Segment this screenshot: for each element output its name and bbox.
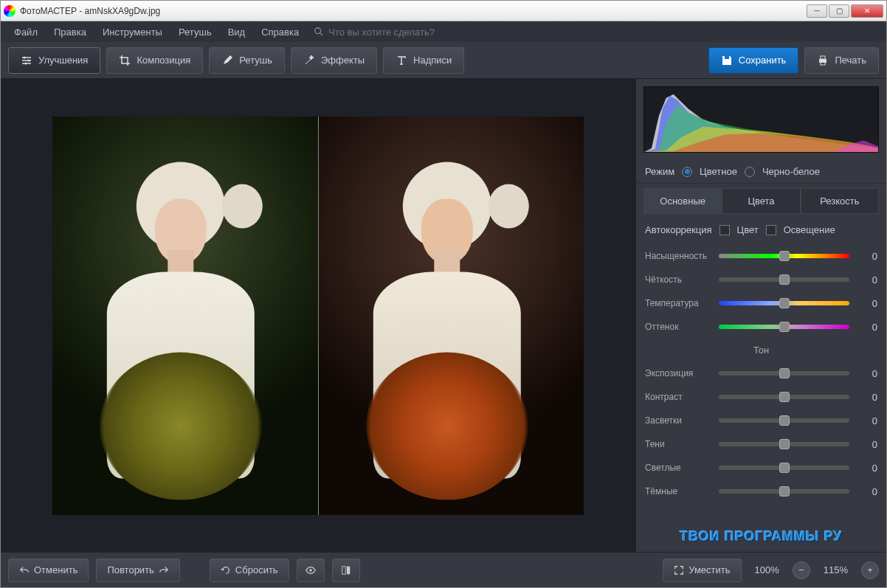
print-icon — [817, 55, 829, 66]
preview-button[interactable] — [297, 558, 325, 582]
minimize-button[interactable]: ─ — [807, 4, 827, 18]
fit-icon — [674, 565, 684, 575]
slider-shadows-track[interactable] — [719, 442, 849, 446]
sliders-icon — [21, 55, 32, 66]
zoom-in-button[interactable]: + — [861, 561, 879, 579]
save-icon — [721, 55, 733, 66]
zoom-out-button[interactable]: − — [793, 561, 810, 579]
menu-retouch[interactable]: Ретушь — [171, 24, 219, 41]
check-auto-light[interactable] — [766, 225, 776, 235]
slider-clarity-track[interactable] — [719, 277, 849, 282]
check-auto-color[interactable] — [719, 225, 730, 235]
slider-saturation-track[interactable] — [719, 254, 849, 258]
menu-file[interactable]: Файл — [7, 24, 45, 41]
autocorrect-row: Автокоррекция Цвет Освещение — [645, 221, 877, 243]
print-button[interactable]: Печать — [804, 47, 879, 74]
slider-whites-track[interactable] — [719, 466, 849, 470]
slider-highlights: Засветки 0 — [645, 410, 877, 431]
compare-icon — [340, 565, 352, 575]
redo-button[interactable]: Повторить — [96, 558, 179, 582]
slider-clarity: Чёткость 0 — [645, 269, 877, 290]
tab-effects[interactable]: Эффекты — [291, 47, 377, 74]
svg-point-8 — [309, 569, 312, 572]
app-icon — [4, 5, 15, 17]
maximize-button[interactable]: ▢ — [829, 4, 849, 18]
undo-icon — [19, 565, 30, 575]
search-input[interactable] — [328, 27, 476, 38]
slider-temperature-track[interactable] — [719, 301, 849, 305]
tab-sharp[interactable]: Резкость — [801, 188, 879, 214]
tab-enhance-label: Улучшения — [38, 55, 88, 66]
canvas-area[interactable] — [1, 79, 635, 552]
tab-text[interactable]: Надписи — [383, 47, 464, 74]
reset-button[interactable]: Сбросить — [210, 558, 289, 582]
menu-help[interactable]: Справка — [254, 24, 306, 41]
tab-text-label: Надписи — [413, 55, 452, 66]
slider-contrast-track[interactable] — [719, 395, 849, 399]
svg-point-2 — [24, 56, 26, 58]
slider-blacks-track[interactable] — [719, 489, 849, 494]
autocorrect-label: Автокоррекция — [645, 224, 712, 235]
slider-tint-track[interactable] — [719, 325, 849, 329]
bottom-bar: Отменить Повторить Сбросить Уместить 100… — [1, 552, 886, 587]
menubar: Файл Правка Инструменты Ретушь Вид Справ… — [1, 21, 886, 42]
mode-label: Режим — [645, 166, 674, 177]
slider-contrast: Контраст 0 — [645, 387, 877, 407]
slider-exposure: Экспозиция 0 — [645, 363, 877, 384]
slider-shadows: Тени 0 — [645, 434, 877, 454]
brush-icon — [221, 55, 233, 66]
crop-icon — [119, 55, 131, 66]
print-label: Печать — [835, 55, 866, 66]
slider-whites: Светлые 0 — [645, 457, 877, 478]
main-toolbar: Улучшения Композиция Ретушь Эффекты Надп… — [1, 42, 886, 79]
window-title: ФотоМАСТЕР - amNskXA9gDw.jpg — [20, 6, 807, 16]
tab-colors[interactable]: Цвета — [722, 188, 800, 214]
tab-basic[interactable]: Основные — [643, 188, 722, 214]
tab-composition-label: Композиция — [137, 55, 190, 66]
color-mode-row: Режим Цветное Черно-белое — [636, 160, 886, 184]
radio-bw[interactable] — [745, 167, 755, 177]
side-panel: Режим Цветное Черно-белое Основные Цвета… — [635, 79, 886, 552]
histogram — [643, 86, 879, 153]
svg-point-0 — [315, 28, 321, 34]
titlebar: ФотоМАСТЕР - amNskXA9gDw.jpg ─ ▢ ✕ — [1, 1, 886, 21]
menu-edit[interactable]: Правка — [46, 24, 94, 41]
reset-icon — [221, 565, 231, 575]
svg-rect-9 — [342, 566, 345, 574]
wand-icon — [303, 55, 315, 66]
before-pane — [52, 117, 318, 515]
slider-highlights-track[interactable] — [719, 418, 849, 423]
check-auto-color-label[interactable]: Цвет — [737, 224, 759, 235]
zoom-fit-label: 100% — [749, 564, 785, 575]
tab-composition[interactable]: Композиция — [106, 47, 203, 74]
slider-exposure-track[interactable] — [719, 371, 849, 376]
eye-icon — [305, 565, 317, 575]
redo-icon — [159, 565, 169, 575]
slider-saturation: Насыщенность 0 — [645, 246, 877, 266]
watermark: ТВОИ ПРОГРАММЫ РУ — [636, 522, 886, 552]
zoom-current: 115% — [818, 564, 854, 575]
menu-tools[interactable]: Инструменты — [95, 24, 170, 41]
svg-rect-10 — [347, 566, 350, 574]
svg-rect-6 — [821, 56, 825, 59]
search-icon — [314, 27, 324, 37]
check-auto-light-label[interactable]: Освещение — [784, 224, 835, 235]
slider-tint: Оттенок 0 — [645, 317, 877, 337]
svg-point-3 — [28, 59, 30, 61]
menu-view[interactable]: Вид — [221, 24, 253, 41]
radio-bw-label[interactable]: Черно-белое — [762, 166, 820, 177]
svg-point-4 — [25, 62, 27, 64]
tab-enhance[interactable]: Улучшения — [8, 47, 100, 74]
minus-icon: − — [798, 564, 804, 575]
after-pane — [318, 117, 584, 515]
radio-color[interactable] — [682, 167, 692, 177]
plus-icon: + — [867, 564, 873, 575]
undo-button[interactable]: Отменить — [8, 558, 89, 582]
radio-color-label[interactable]: Цветное — [700, 166, 737, 177]
compare-button[interactable] — [332, 558, 360, 582]
close-button[interactable]: ✕ — [851, 4, 883, 18]
save-button[interactable]: Сохранить — [708, 47, 799, 74]
text-icon — [396, 55, 407, 66]
fit-button[interactable]: Уместить — [663, 558, 741, 582]
tab-retouch[interactable]: Ретушь — [209, 47, 285, 74]
